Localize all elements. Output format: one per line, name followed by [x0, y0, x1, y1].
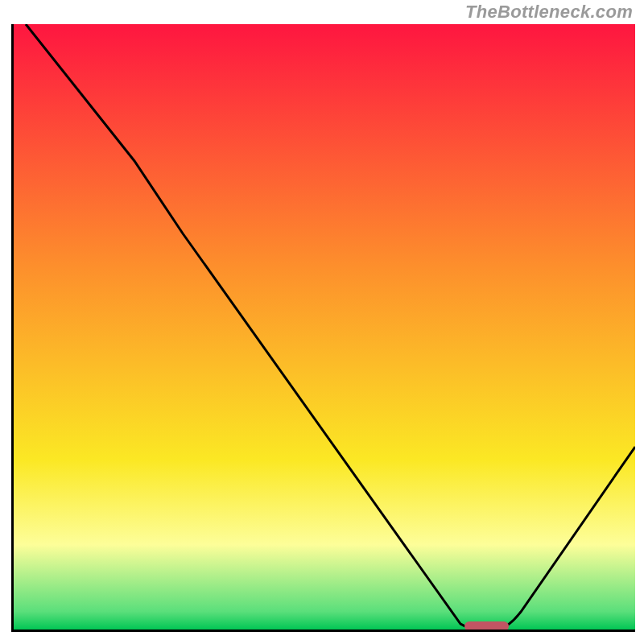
chart-svg: [14, 24, 635, 630]
optimal-range-marker: [464, 621, 509, 630]
watermark-text: TheBottleneck.com: [465, 2, 633, 23]
gradient-background: [14, 24, 635, 630]
chart-plot-area: [11, 24, 635, 632]
